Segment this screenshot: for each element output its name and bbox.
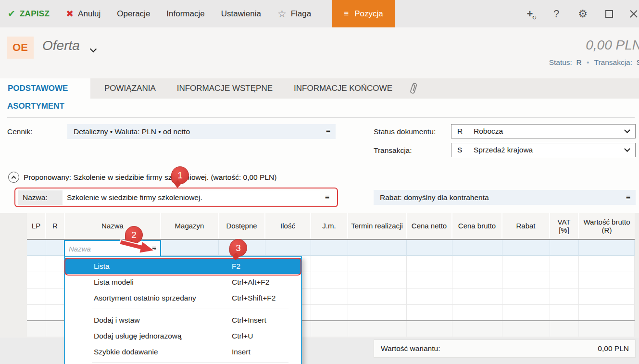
- table-cell[interactable]: [407, 272, 452, 289]
- menu-item-szybkie-dodawanie[interactable]: Szybkie dodawanie Insert: [65, 344, 301, 360]
- table-cell[interactable]: [46, 321, 65, 337]
- table-cell[interactable]: [27, 305, 46, 320]
- col-jm[interactable]: J.m.: [311, 213, 348, 239]
- nazwa-menu-icon[interactable]: ≡: [320, 193, 335, 202]
- table-cell[interactable]: [311, 321, 348, 337]
- tab-powiazania[interactable]: POWIĄZANIA: [97, 78, 163, 99]
- table-cell[interactable]: [407, 256, 452, 272]
- table-cell[interactable]: [550, 272, 579, 289]
- table-cell[interactable]: [452, 256, 502, 272]
- col-termin-realizacji[interactable]: Termin realizacji: [348, 213, 407, 239]
- table-cell[interactable]: [579, 321, 635, 337]
- add-refresh-icon[interactable]: + ↻: [524, 8, 536, 20]
- table-cell[interactable]: [348, 240, 407, 256]
- settings-gear-icon[interactable]: ⚙: [576, 8, 589, 20]
- table-cell[interactable]: [27, 289, 46, 305]
- help-icon[interactable]: ?: [550, 8, 563, 20]
- title-dropdown-chevron-icon[interactable]: [91, 45, 98, 51]
- table-cell[interactable]: [579, 272, 635, 289]
- table-cell[interactable]: [579, 305, 635, 320]
- table-cell[interactable]: [407, 289, 452, 305]
- table-cell[interactable]: [407, 240, 452, 256]
- save-button[interactable]: ✔ ZAPISZ: [8, 8, 50, 19]
- table-cell[interactable]: [311, 272, 348, 289]
- table-cell[interactable]: [265, 240, 311, 256]
- attachment-paperclip-icon[interactable]: [408, 78, 419, 99]
- tab-podstawowe[interactable]: PODSTAWOWE: [0, 78, 90, 99]
- status-dokumentu-select[interactable]: R Robocza: [451, 124, 636, 138]
- table-cell[interactable]: [452, 305, 502, 320]
- col-ilosc[interactable]: Ilość: [265, 213, 311, 239]
- table-cell[interactable]: [550, 321, 579, 337]
- tab-informacje-wstepne[interactable]: INFORMACJE WSTĘPNE: [170, 78, 280, 99]
- table-cell[interactable]: [27, 240, 46, 256]
- menu-item-lista[interactable]: Lista F2: [65, 258, 301, 274]
- table-cell[interactable]: [550, 289, 579, 305]
- table-cell[interactable]: [311, 305, 348, 320]
- table-cell[interactable]: [46, 240, 65, 256]
- rabat-field[interactable]: Rabat: domyślny dla kontrahenta ≡: [374, 190, 636, 205]
- col-cena-netto[interactable]: Cena netto: [407, 213, 452, 239]
- subtab-asortyment[interactable]: ASORTYMENT: [7, 101, 64, 111]
- table-cell[interactable]: [502, 272, 550, 289]
- menu-item-dodaj-usluge-jednorazowa[interactable]: Dodaj usługę jednorazową Ctrl+U: [65, 328, 301, 344]
- close-icon[interactable]: [629, 10, 638, 18]
- col-wartosc-brutto[interactable]: Wartość brutto (R): [579, 213, 635, 239]
- table-cell[interactable]: [46, 305, 65, 320]
- table-cell[interactable]: [452, 240, 502, 256]
- tab-informacje-koncowe[interactable]: INFORMACJE KOŃCOWE: [287, 78, 400, 99]
- cancel-button[interactable]: ✖ Anuluj: [66, 8, 100, 19]
- table-cell[interactable]: [27, 256, 46, 272]
- pozycja-button[interactable]: ≡ Pozycja: [332, 0, 394, 27]
- table-cell[interactable]: [46, 256, 65, 272]
- col-lp[interactable]: LP: [27, 213, 46, 239]
- table-cell[interactable]: [452, 289, 502, 305]
- menu-item-dodaj-i-wstaw[interactable]: Dodaj i wstaw Ctrl+Insert: [65, 312, 301, 328]
- table-cell[interactable]: [348, 305, 407, 320]
- table-cell[interactable]: [348, 289, 407, 305]
- flag-button[interactable]: ☆ Flaga: [277, 8, 311, 20]
- table-cell[interactable]: [27, 272, 46, 289]
- table-cell[interactable]: [348, 321, 407, 337]
- table-cell[interactable]: [46, 289, 65, 305]
- table-cell[interactable]: [27, 321, 46, 337]
- maximize-icon[interactable]: [603, 8, 615, 20]
- menu-informacje[interactable]: Informacje: [166, 9, 204, 19]
- table-cell[interactable]: [579, 289, 635, 305]
- table-cell[interactable]: [579, 256, 635, 272]
- col-dostepne[interactable]: Dostępne: [219, 213, 265, 239]
- cennik-menu-icon[interactable]: ≡: [321, 127, 336, 136]
- table-cell[interactable]: [311, 256, 348, 272]
- col-vat[interactable]: VAT [%]: [550, 213, 579, 239]
- table-cell[interactable]: [348, 256, 407, 272]
- table-cell[interactable]: [311, 240, 348, 256]
- table-cell[interactable]: [502, 321, 550, 337]
- col-nazwa[interactable]: Nazwa: [65, 213, 161, 239]
- collapse-toggle-button[interactable]: [8, 172, 19, 183]
- table-cell[interactable]: [407, 305, 452, 320]
- menu-item-asortyment-ostatnio-sprzedany[interactable]: Asortyment ostatnio sprzedany Ctrl+Shift…: [65, 290, 301, 306]
- table-cell[interactable]: [46, 272, 65, 289]
- col-cena-brutto[interactable]: Cena brutto: [452, 213, 502, 239]
- table-cell[interactable]: [550, 256, 579, 272]
- menu-operacje[interactable]: Operacje: [117, 9, 150, 19]
- table-cell[interactable]: [452, 321, 502, 337]
- col-r[interactable]: R: [46, 213, 65, 239]
- rabat-menu-icon[interactable]: ≡: [621, 193, 636, 202]
- cennik-field[interactable]: Detaliczny • Waluta: PLN • od netto ≡: [67, 124, 336, 139]
- table-cell[interactable]: [502, 240, 550, 256]
- table-cell[interactable]: [452, 272, 502, 289]
- menu-ustawienia[interactable]: Ustawienia: [221, 9, 261, 19]
- table-cell[interactable]: [348, 272, 407, 289]
- table-cell[interactable]: [311, 289, 348, 305]
- menu-item-lista-modeli[interactable]: Lista modeli Ctrl+Alt+F2: [65, 274, 301, 290]
- table-cell[interactable]: [161, 240, 219, 256]
- table-cell[interactable]: [579, 240, 635, 256]
- table-cell[interactable]: [502, 305, 550, 320]
- col-magazyn[interactable]: Magazyn: [161, 213, 219, 239]
- table-cell[interactable]: [502, 256, 550, 272]
- table-cell[interactable]: [550, 240, 579, 256]
- transakcja-select[interactable]: S Sprzedaż krajowa: [451, 143, 636, 157]
- table-cell[interactable]: [550, 305, 579, 320]
- nazwa-field[interactable]: Szkolenie w siedzibie firmy szkoleniowej…: [63, 190, 320, 205]
